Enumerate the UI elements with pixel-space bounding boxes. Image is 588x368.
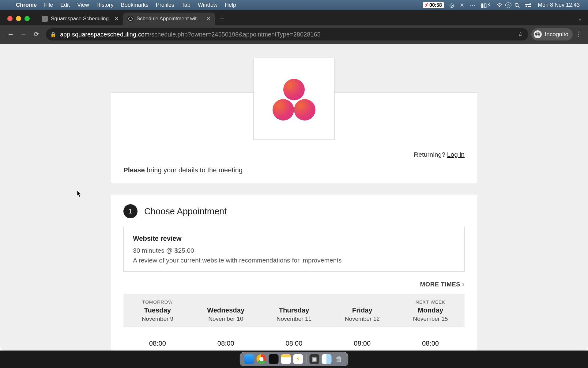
battery-time: 00:58: [429, 2, 442, 8]
window-controls: [3, 16, 37, 25]
reload-button[interactable]: ⟳: [30, 30, 43, 38]
menu-view[interactable]: View: [74, 0, 93, 10]
address-bar[interactable]: 🔒 app.squarespacescheduling.com/schedule…: [46, 28, 528, 40]
tab-favicon-scheduling-icon: [127, 16, 134, 22]
more-times-row: MORE TIMES›: [123, 280, 465, 288]
status-icon-3[interactable]: ⋯: [467, 2, 478, 9]
wifi-icon[interactable]: [494, 3, 505, 8]
spotlight-icon[interactable]: [511, 2, 522, 8]
step-header: 1 Choose Appointment: [123, 204, 465, 218]
timeslot[interactable]: 08:00: [123, 339, 192, 347]
close-window-button[interactable]: [7, 16, 13, 21]
dock-app-bolt[interactable]: ⚡︎: [293, 354, 303, 364]
timeslot[interactable]: 08:00: [328, 339, 396, 347]
login-link[interactable]: Log in: [447, 151, 465, 158]
day-col-3[interactable]: Friday November 12: [328, 299, 396, 322]
day-tag: NEXT WEEK: [396, 299, 465, 305]
day-col-0[interactable]: TOMORROW Tuesday November 9: [123, 299, 192, 322]
close-tab-icon[interactable]: ✕: [114, 15, 119, 22]
chrome-window: Squarespace Scheduling ✕ Schedule Appoin…: [0, 10, 588, 44]
appointment-name: Website review: [133, 235, 455, 243]
close-tab-icon[interactable]: ✕: [206, 15, 211, 22]
appointment-meta: 30 minutes @ $25.00: [133, 247, 455, 254]
day-date: November 12: [328, 316, 396, 322]
returning-row: Returning? Log in: [123, 151, 465, 158]
meeting-note: Please bring your details to the meeting: [123, 166, 465, 174]
status-icon-1[interactable]: ◎: [447, 2, 457, 9]
page-viewport: Returning? Log in Please bring your deta…: [0, 44, 588, 351]
day-col-1[interactable]: Wednesday November 10: [192, 299, 260, 322]
zoom-window-button[interactable]: [24, 16, 30, 21]
back-button[interactable]: ←: [4, 30, 17, 38]
control-center-icon[interactable]: [522, 3, 534, 7]
tab-title: Squarespace Scheduling: [51, 16, 111, 22]
menu-window[interactable]: Window: [194, 0, 221, 10]
menu-tab[interactable]: Tab: [178, 0, 194, 10]
incognito-label: Incognito: [545, 31, 568, 38]
svg-point-5: [526, 6, 527, 7]
day-col-2[interactable]: Thursday November 11: [260, 299, 328, 322]
dock-minimized-window[interactable]: [322, 354, 332, 364]
menu-history[interactable]: History: [93, 0, 117, 10]
svg-rect-4: [528, 6, 531, 7]
day-tag: [328, 299, 396, 305]
day-date: November 15: [396, 316, 465, 322]
status-icon-2[interactable]: ✕: [457, 2, 467, 9]
chevron-right-icon: ›: [462, 280, 465, 288]
menu-file[interactable]: File: [40, 0, 57, 10]
minimize-window-button[interactable]: [16, 16, 21, 21]
tab-title: Schedule Appointment with UI: [137, 16, 203, 22]
appointment-type-card[interactable]: Website review 30 minutes @ $25.00 A rev…: [123, 227, 465, 272]
forward-button[interactable]: →: [17, 30, 30, 38]
dock-chrome[interactable]: [257, 354, 266, 364]
menu-app[interactable]: Chrome: [12, 0, 40, 10]
dock: ⚡︎ ▣ 🗑: [240, 352, 349, 366]
more-times-link[interactable]: MORE TIMES: [420, 281, 461, 288]
svg-point-3: [529, 3, 531, 5]
menu-bookmarks[interactable]: Bookmarks: [117, 0, 152, 10]
user-icon[interactable]: ☺: [505, 2, 511, 8]
dock-terminal[interactable]: [269, 354, 279, 364]
dates-header: TOMORROW Tuesday November 9 Wednesday No…: [123, 294, 465, 327]
url-host: app.squarespacescheduling.com: [60, 31, 149, 38]
new-tab-button[interactable]: +: [215, 14, 229, 25]
day-of-week: Monday: [396, 306, 465, 314]
bookmark-star-icon[interactable]: ☆: [518, 31, 523, 38]
timeslot[interactable]: 08:00: [260, 339, 328, 347]
note-rest: bring your details to the meeting: [145, 166, 243, 174]
mac-menubar: Chrome File Edit View History Bookmarks …: [0, 0, 588, 10]
note-bold: Please: [123, 166, 145, 174]
menu-edit[interactable]: Edit: [57, 0, 74, 10]
day-col-4[interactable]: NEXT WEEK Monday November 15: [396, 299, 465, 322]
battery-icon[interactable]: ▮▯⚡︎: [478, 2, 494, 9]
svg-rect-2: [525, 4, 529, 5]
menubar-clock[interactable]: Mon 8 Nov 12:43: [534, 2, 582, 8]
menu-help[interactable]: Help: [221, 0, 240, 10]
tab-favicon-cube-icon: [42, 16, 48, 22]
dock-finder[interactable]: [244, 354, 254, 364]
business-logo: [253, 58, 335, 140]
day-of-week: Friday: [328, 306, 396, 314]
dock-app-camera[interactable]: ▣: [310, 354, 319, 364]
day-of-week: Thursday: [260, 306, 328, 314]
menu-profiles[interactable]: Profiles: [152, 0, 178, 10]
dock-notes[interactable]: [281, 354, 291, 364]
dock-separator: [306, 355, 307, 364]
tab-schedule[interactable]: Schedule Appointment with UI ✕: [123, 13, 215, 25]
tabs-overflow-button[interactable]: ⌄: [578, 16, 588, 25]
tab-strip: Squarespace Scheduling ✕ Schedule Appoin…: [0, 10, 588, 25]
day-tag: [192, 299, 260, 305]
incognito-badge[interactable]: 🕶 Incognito: [531, 28, 573, 40]
appointment-desc: A review of your current website with re…: [133, 257, 455, 264]
day-of-week: Wednesday: [192, 306, 260, 314]
timeslot[interactable]: 08:00: [396, 339, 465, 347]
url-path: /schedule.php?owner=24550198&appointment…: [149, 31, 320, 38]
timeslot[interactable]: 08:00: [192, 339, 260, 347]
svg-line-1: [518, 6, 519, 8]
chrome-menu-button[interactable]: ⋮: [573, 30, 584, 38]
svg-point-0: [515, 3, 518, 6]
dock-trash[interactable]: 🗑: [334, 354, 344, 364]
battery-status[interactable]: ⚡︎00:58: [420, 2, 447, 8]
step-title: Choose Appointment: [144, 206, 227, 217]
tab-squarespace[interactable]: Squarespace Scheduling ✕: [37, 13, 123, 25]
